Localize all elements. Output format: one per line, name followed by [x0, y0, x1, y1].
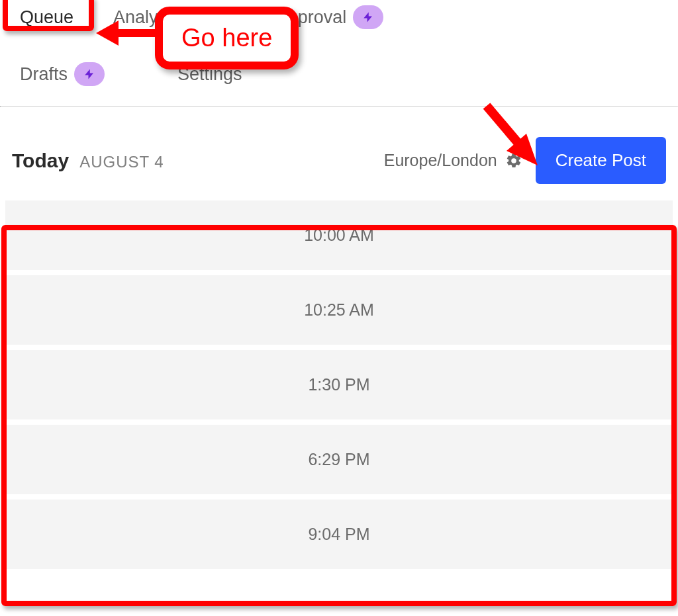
queue-slot[interactable]: 10:25 AM	[5, 275, 673, 345]
tab-awaiting-approval-label: Awaiting Approval	[205, 7, 346, 28]
queue-slots: 10:00 AM 10:25 AM 1:30 PM 6:29 PM 9:04 P…	[0, 200, 678, 569]
queue-slot[interactable]: 10:00 AM	[5, 200, 673, 270]
bolt-icon	[83, 66, 95, 82]
bolt-badge	[353, 5, 383, 29]
queue-slot[interactable]: 6:29 PM	[5, 425, 673, 494]
tab-analytics[interactable]: Analytics	[113, 7, 185, 28]
tab-awaiting-approval[interactable]: Awaiting Approval	[205, 5, 383, 29]
tabs-row-2: Drafts Settings	[0, 29, 678, 106]
today-label: Today	[12, 150, 69, 172]
bolt-badge-drafts	[74, 62, 105, 86]
date-label: AUGUST 4	[79, 153, 164, 171]
tab-settings[interactable]: Settings	[177, 64, 242, 85]
tab-queue[interactable]: Queue	[20, 7, 73, 28]
header-row: Today AUGUST 4 Europe/London Create Post	[0, 107, 678, 200]
queue-slot[interactable]: 1:30 PM	[5, 350, 673, 419]
bolt-icon	[362, 9, 374, 25]
queue-slot[interactable]: 9:04 PM	[5, 500, 673, 569]
tab-drafts[interactable]: Drafts	[20, 62, 105, 86]
tab-drafts-label: Drafts	[20, 64, 68, 85]
date-group: Today AUGUST 4	[12, 150, 164, 172]
tabs-row-1: Queue Analytics Awaiting Approval	[0, 0, 678, 29]
timezone-label: Europe/London	[384, 151, 497, 170]
gear-icon[interactable]	[505, 152, 522, 169]
timezone-group[interactable]: Europe/London	[384, 151, 522, 170]
create-post-button[interactable]: Create Post	[536, 137, 666, 184]
